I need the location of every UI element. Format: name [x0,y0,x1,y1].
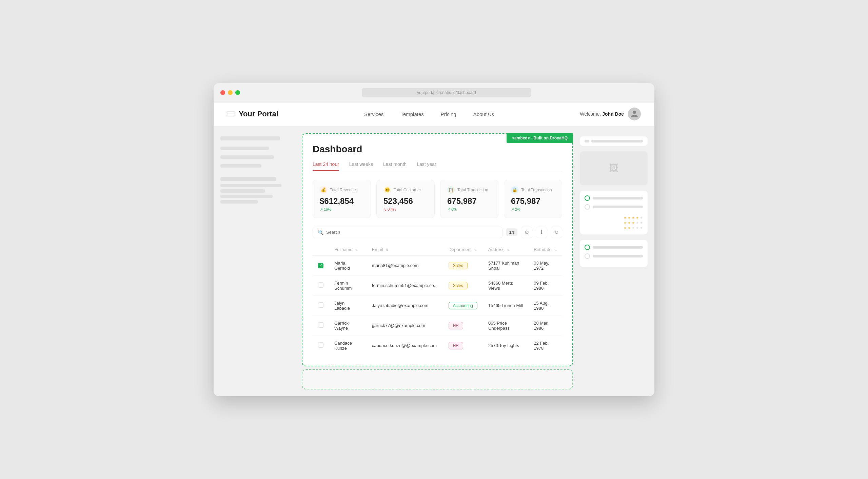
sort-icon-birthdate[interactable]: ⇅ [554,248,557,252]
hamburger-icon[interactable] [227,112,235,116]
center-content: <embed> - Built on DronaHQ Dashboard Las… [302,133,573,389]
stat-card-transaction-1: 📋 Total Transaction 675,987 ↗ 8% [440,180,498,218]
cell-fullname-1: Maria Gerhold [329,255,367,275]
sort-icon-email[interactable]: ⇅ [386,248,388,252]
checkbox-unchecked-4[interactable] [318,322,323,328]
dept-badge-sales-1: Sales [449,262,468,269]
minimize-button[interactable] [228,90,233,95]
bottom-skel-2 [593,255,643,257]
revenue-change: ↗ 16% [320,207,364,212]
cell-email-3[interactable]: Jalyn.labadie@example.com [367,295,443,315]
sort-icon-fullname[interactable]: ⇅ [355,248,358,252]
transaction1-icon: 📋 [447,186,455,194]
bottom-item-1 [585,245,643,250]
table-row: Fermin Schumm fermin.schumm51@example.co… [313,275,562,295]
result-count-badge: 14 [506,228,517,236]
close-button[interactable] [220,90,225,95]
nav-logo-area: Your Portal [227,110,278,118]
search-input[interactable] [326,230,497,235]
refresh-button[interactable]: ↻ [551,227,562,238]
right-list-card: ★ ★ ★ ★ ★ ★ ★ ★ ★ ★ [580,191,648,234]
cell-email-5[interactable]: candace.kunze@@example.com [367,336,443,356]
rating-row-1: ★ ★ ★ ★ ★ [585,216,643,219]
right-image-card: 🖼 [580,151,648,185]
col-department: Department ⇅ [443,244,483,256]
row-checkbox-2[interactable] [313,275,329,295]
sidebar-skel-3 [220,155,274,159]
star-icon: ★ [632,216,635,219]
customer-value: 523,456 [383,196,428,206]
nav-link-services[interactable]: Services [364,111,384,117]
cell-email-1[interactable]: maria81@example.com [367,255,443,275]
cell-dept-3: Accounting [443,295,483,315]
right-search-card [580,136,648,146]
nav-link-pricing[interactable]: Pricing [441,111,456,117]
cell-dept-2: Sales [443,275,483,295]
nav-link-about[interactable]: About Us [473,111,494,117]
up-arrow-icon-2: ↗ [447,207,450,212]
nav-header: Your Portal Services Templates Pricing A… [214,102,654,126]
traffic-lights [220,90,240,95]
download-button[interactable]: ⬇ [536,227,547,238]
avatar[interactable] [628,108,641,120]
dept-badge-hr-1: HR [449,322,463,329]
sort-icon-dept[interactable]: ⇅ [474,248,477,252]
cell-email-4[interactable]: garrick77@@example.com [367,315,443,336]
star-icon: ★ [624,221,627,225]
nav-link-templates[interactable]: Templates [400,111,423,117]
star-empty-icon: ★ [640,221,643,225]
customer-label: Total Customer [394,188,421,192]
col-checkbox [313,244,329,256]
checkbox-checked[interactable]: ✓ [318,263,323,268]
tab-last-24-hour[interactable]: Last 24 hour [313,161,339,171]
cell-email-2[interactable]: fermin.schumm51@example.co... [367,275,443,295]
browser-toolbar: yourportal.dronahq.io/dashboard [214,83,654,102]
row-checkbox-4[interactable] [313,315,329,336]
revenue-label: Total Revenue [330,188,356,192]
table-row: Candace Kunze candace.kunze@@example.com… [313,336,562,356]
checkbox-unchecked-5[interactable] [318,342,323,348]
transaction2-icon: 🔒 [511,186,518,194]
cell-address-4: 065 Price Underpass [483,315,528,336]
filter-button[interactable]: ⚙ [521,227,532,238]
dept-badge-accounting: Accounting [449,302,477,309]
search-icon: 🔍 [318,230,323,235]
url-text: yourportal.dronahq.io/dashboard [417,90,476,95]
list-item [585,195,643,201]
tab-last-month[interactable]: Last month [383,161,407,171]
cell-birthdate-4: 28 Mar, 1986 [528,315,562,336]
cell-address-2: 54368 Mertz Views [483,275,528,295]
bottom-dot-2 [585,253,590,259]
transaction2-label: Total Transaction [521,188,552,192]
list-skel-2 [593,206,643,208]
sidebar-skel-2 [220,147,269,150]
stat-card-revenue: 💰 Total Revenue $612,854 ↗ 16% [313,180,371,218]
star-icon: ★ [632,221,635,225]
table-row: Garrick Wayne garrick77@@example.com HR … [313,315,562,336]
tab-last-weeks[interactable]: Last weeks [349,161,373,171]
dept-badge-sales-2: Sales [449,282,468,289]
row-checkbox-1[interactable]: ✓ [313,255,329,275]
up-arrow-icon-3: ↗ [511,207,514,212]
up-arrow-icon: ↗ [320,207,323,212]
star-empty-icon: ★ [636,221,639,225]
cell-address-1: 57177 Kuhlman Shoal [483,255,528,275]
url-bar[interactable]: yourportal.dronahq.io/dashboard [362,88,531,97]
star-icon: ★ [628,221,631,225]
rating-row-3: ★ ★ ★ ★ ★ [585,226,643,230]
customer-change: ↘ 0.4% [383,207,428,212]
sort-icon-address[interactable]: ⇅ [507,248,510,252]
col-fullname: Fullname ⇅ [329,244,367,256]
table-row: ✓ Maria Gerhold maria81@example.com Sale… [313,255,562,275]
right-search-skel [591,140,643,142]
dashboard-container: Dashboard Last 24 hour Last weeks Last m… [302,133,573,366]
transaction1-label: Total Transaction [457,188,488,192]
row-checkbox-5[interactable] [313,336,329,356]
checkbox-unchecked[interactable] [318,282,323,288]
col-email: Email ⇅ [367,244,443,256]
col-address: Address ⇅ [483,244,528,256]
maximize-button[interactable] [235,90,240,95]
row-checkbox-3[interactable] [313,295,329,315]
tab-last-year[interactable]: Last year [417,161,436,171]
checkbox-unchecked-3[interactable] [318,302,323,308]
